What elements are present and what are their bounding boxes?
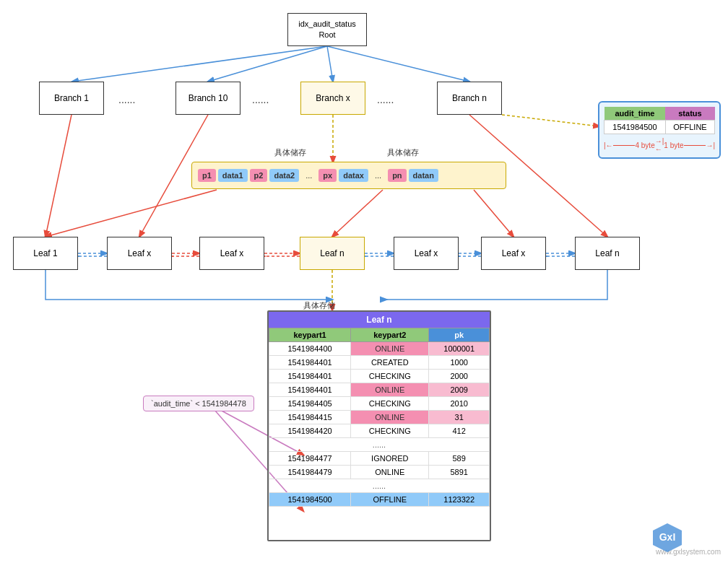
- leaf-x-1: Leaf x: [107, 237, 172, 270]
- table-row-offline: 1541984500 OFFLINE 1123322: [269, 493, 490, 507]
- storage-label-1: 具体储存: [274, 147, 306, 158]
- table-row: 1541984420 CHECKING 412: [269, 424, 490, 438]
- leaf-1: Leaf 1: [13, 237, 78, 270]
- svg-line-6: [46, 115, 72, 237]
- logo: GxI: [650, 520, 685, 557]
- col-keypart1: keypart1: [269, 328, 351, 342]
- branch-1: Branch 1: [39, 82, 104, 115]
- svg-line-5: [502, 115, 599, 126]
- cell-p1: p1: [198, 169, 216, 182]
- cell-dots2: ...: [370, 169, 386, 182]
- svg-text:GxI: GxI: [659, 531, 676, 543]
- cell-data2: data2: [269, 169, 299, 182]
- branch-x: Branch x: [300, 82, 365, 115]
- legend-val-status: OFFLINE: [665, 121, 714, 134]
- legend-header-audit-time: audit_time: [604, 107, 666, 121]
- branch-dots-1: ......: [118, 94, 135, 105]
- storage-label-3: 具体存储: [303, 300, 335, 311]
- cell-datax: datax: [339, 169, 368, 182]
- svg-line-8: [332, 190, 383, 237]
- legend-val-time: 1541984500: [604, 121, 666, 134]
- branch-dots-2: ......: [252, 94, 269, 105]
- cell-px: px: [318, 169, 337, 182]
- legend-header-status: status: [665, 107, 714, 121]
- svg-line-0: [72, 46, 327, 82]
- filter-label: `audit_time` < 1541984478: [143, 396, 254, 411]
- table-row: 1541984477 IGNORED 589: [269, 452, 490, 466]
- leaf-x-3: Leaf x: [394, 237, 459, 270]
- table-row: 1541984405 CHECKING 2010: [269, 397, 490, 411]
- table-row: 1541984401 ONLINE 2009: [269, 383, 490, 397]
- cell-p2: p2: [250, 169, 268, 182]
- leaf-table: Leaf n keypart1 keypart2 pk 1541984400 O…: [267, 310, 491, 541]
- branch-dots-3: ......: [377, 94, 394, 105]
- cell-pn: pn: [388, 169, 406, 182]
- legend-box: audit_time status 1541984500 OFFLINE |← …: [598, 101, 721, 159]
- svg-line-3: [327, 46, 469, 82]
- table-row: 1541984401 CREATED 1000: [269, 356, 490, 370]
- leaf-data-table: keypart1 keypart2 pk 1541984400 ONLINE 1…: [269, 328, 490, 507]
- storage-label-2: 具体储存: [387, 147, 419, 158]
- branch-10: Branch 10: [176, 82, 240, 115]
- table-row: 1541984415 ONLINE 31: [269, 411, 490, 424]
- cell-datan: datan: [409, 169, 438, 182]
- table-row: 1541984401 CHECKING 2000: [269, 370, 490, 383]
- col-keypart2: keypart2: [351, 328, 429, 342]
- leaf-table-title: Leaf n: [269, 312, 490, 328]
- byte-ruler: |← 4 byte →|← 1 byte →|: [604, 137, 715, 153]
- svg-line-9: [46, 190, 217, 237]
- cell-dots1: ...: [301, 169, 316, 182]
- svg-line-1: [208, 46, 327, 82]
- data-strip: p1 data1 p2 data2 ... px datax ... pn da…: [191, 162, 506, 189]
- cell-data1: data1: [218, 169, 248, 182]
- branch-n: Branch n: [437, 82, 502, 115]
- table-row: 1541984479 ONLINE 5891: [269, 466, 490, 479]
- table-row-dots: ......: [269, 438, 490, 452]
- root-node: idx_audit_status Root: [287, 13, 367, 46]
- svg-line-2: [327, 46, 333, 82]
- col-pk: pk: [429, 328, 490, 342]
- table-row: 1541984400 ONLINE 1000001: [269, 342, 490, 356]
- svg-line-10: [474, 190, 514, 237]
- leaf-n-1: Leaf n: [300, 237, 365, 270]
- leaf-n-2: Leaf n: [575, 237, 640, 270]
- leaf-x-2: Leaf x: [199, 237, 264, 270]
- legend-table: audit_time status 1541984500 OFFLINE: [604, 107, 715, 134]
- diagram-container: idx_audit_status Root Branch 1 ...... Br…: [0, 0, 728, 563]
- table-row-dots2: ......: [269, 479, 490, 493]
- leaf-x-4: Leaf x: [481, 237, 546, 270]
